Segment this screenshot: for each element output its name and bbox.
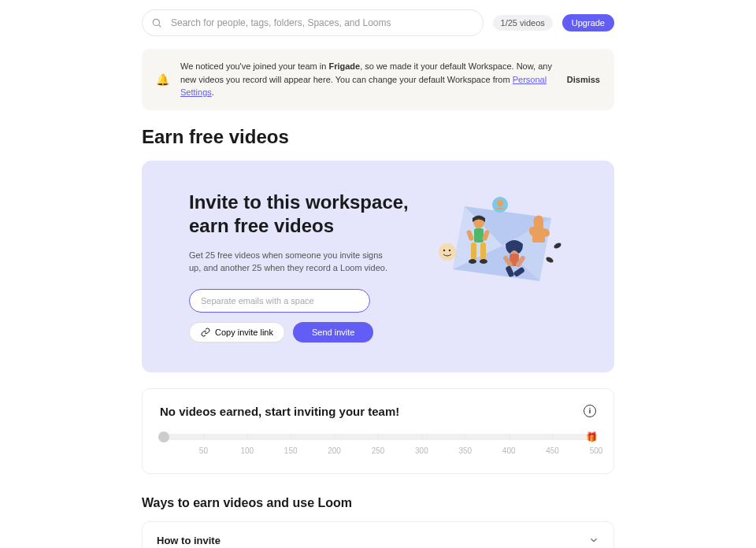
tick-150: 150 [284, 446, 298, 455]
page-title: Earn free videos [142, 126, 614, 148]
tick-300: 300 [415, 446, 428, 455]
tick-250: 250 [372, 446, 385, 455]
video-count-badge: 1/25 videos [493, 15, 553, 31]
invite-illustration [433, 191, 567, 293]
search-input[interactable] [142, 9, 484, 36]
svg-point-7 [449, 249, 450, 250]
accordion-0[interactable]: How to invite [142, 521, 614, 549]
info-icon[interactable]: i [584, 405, 596, 417]
svg-point-0 [153, 19, 159, 25]
upgrade-button[interactable]: Upgrade [562, 14, 614, 31]
svg-line-1 [159, 25, 161, 28]
email-input[interactable] [189, 289, 370, 313]
tick-200: 200 [328, 446, 341, 455]
tick-100: 100 [240, 446, 254, 455]
send-invite-button[interactable]: Send invite [293, 322, 373, 342]
invite-title: Invite to this workspace, earn free vide… [189, 191, 410, 238]
link-icon [201, 328, 210, 337]
progress-thumb [158, 431, 169, 442]
search-icon [151, 17, 162, 28]
accordion-title: How to invite [157, 535, 220, 546]
svg-rect-11 [474, 228, 484, 243]
tick-450: 450 [546, 446, 559, 455]
svg-rect-12 [471, 243, 476, 260]
dismiss-button[interactable]: Dismiss [567, 75, 600, 84]
progress-ticks: 50100150200250300350400450500 [160, 446, 596, 457]
notice-text: We noticed you've joined your team in Fr… [180, 60, 556, 99]
svg-point-5 [439, 243, 456, 261]
ways-title: Ways to earn videos and use Loom [142, 496, 614, 510]
tick-500: 500 [590, 446, 603, 455]
svg-point-15 [480, 259, 487, 264]
workspace-notice: 🔔 We noticed you've joined your team in … [142, 49, 614, 110]
svg-point-25 [545, 255, 554, 263]
svg-point-6 [443, 249, 445, 250]
svg-point-26 [553, 241, 562, 249]
tick-350: 350 [458, 446, 472, 455]
invite-card: Invite to this workspace, earn free vide… [142, 161, 614, 372]
search-wrap [142, 9, 484, 36]
progress-card: No videos earned, start inviting your te… [142, 388, 614, 474]
svg-point-14 [469, 259, 476, 264]
svg-rect-24 [532, 235, 545, 243]
chevron-down-icon [588, 535, 599, 546]
bell-icon: 🔔 [156, 73, 169, 86]
tick-400: 400 [502, 446, 516, 455]
invite-subtitle: Get 25 free videos when someone you invi… [189, 249, 394, 275]
svg-point-9 [497, 200, 503, 206]
svg-rect-13 [480, 243, 486, 260]
progress-title: No videos earned, start inviting your te… [160, 405, 399, 418]
tick-50: 50 [199, 446, 208, 455]
copy-link-button[interactable]: Copy invite link [189, 322, 285, 342]
topbar: 1/25 videos Upgrade [142, 9, 614, 36]
